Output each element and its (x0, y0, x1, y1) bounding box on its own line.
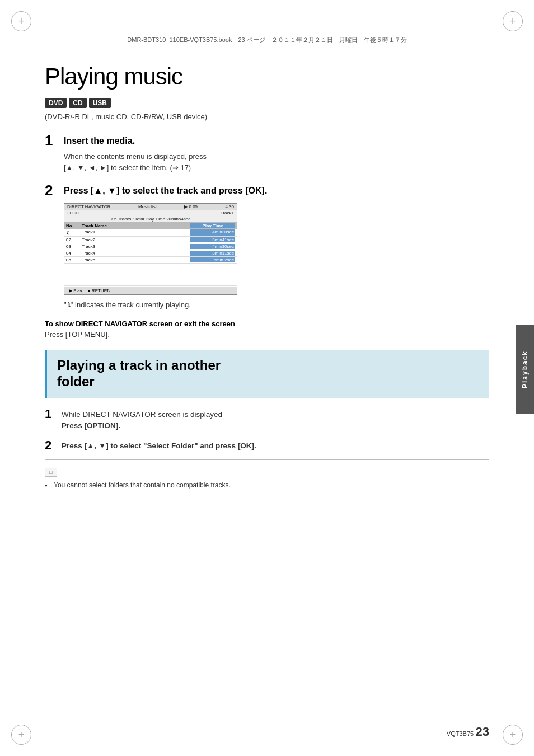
col-name: Track Name (82, 223, 190, 228)
nav-label: DIRECT NAVIGATOR (67, 204, 111, 209)
header-line: DMR-BDT310_110EB-VQT3B75.book 23 ページ ２０１… (45, 34, 489, 46)
badge-dvd: DVD (45, 98, 67, 108)
section-1-num: 1 (45, 133, 58, 148)
bold-heading: To show DIRECT NAVIGATOR screen or exit … (45, 320, 489, 328)
badge-usb: USB (89, 98, 111, 108)
table-header: No. Track Name Play Time (64, 223, 237, 229)
note-icon: □ (45, 468, 57, 477)
section-1-body2: [▲, ▼, ◄, ►] to select the item. (⇒ 17) (64, 162, 489, 173)
sub-section-1-plain: While DIRECT NAVIGATOR screen is display… (62, 410, 222, 419)
screen-footer: ▶ Play ● RETURN (64, 287, 237, 294)
subtitle: (DVD-R/-R DL, music CD, CD-R/RW, USB dev… (45, 112, 489, 121)
screen-mockup: DIRECT NAVIGATOR Music list ▶ 0:09 4:30 … (64, 203, 237, 295)
bold-body: Press [TOP MENU]. (45, 330, 489, 339)
track-row: 02Track23min41sec (64, 237, 237, 243)
track-row: 03Track34min30sec (64, 243, 237, 250)
sub-section-2-num: 2 (45, 439, 56, 452)
playing-note: " 𝅘𝅥𝅮 " indicates the track currently pl… (64, 300, 489, 309)
section-2-num: 2 (45, 183, 58, 198)
divider (45, 459, 489, 460)
section-1: 1 Insert the media. When the contents me… (45, 133, 489, 173)
section-1-title: Insert the media. (64, 133, 135, 147)
list-label: Music list (138, 204, 157, 209)
track-row: 05Track55min 2sec (64, 257, 237, 264)
section-2: 2 Press [▲, ▼] to select the track and p… (45, 183, 489, 309)
track-row: 04Track43min11sec (64, 250, 237, 257)
section-2-title: Press [▲, ▼] to select the track and pre… (64, 183, 267, 197)
sub-info: ♪ 5 Tracks / Total Play Time 20min54sec (64, 216, 237, 223)
cd-label: ⊙ CD (67, 210, 79, 215)
sub-section-2: 2 Press [▲, ▼] to select "Select Folder"… (45, 439, 489, 452)
page-number-area: VQT3B75 23 (447, 725, 489, 739)
sub-section-1-bold: Press [OPTION]. (62, 421, 120, 430)
section-box-title: Playing a track in another folder (57, 358, 479, 390)
sub-section-1: 1 While DIRECT NAVIGATOR screen is displ… (45, 408, 489, 432)
section-box: Playing a track in another folder (45, 350, 489, 398)
sub-section-1-num: 1 (45, 408, 56, 420)
page-title: Playing music (45, 63, 489, 90)
col-time: Play Time (190, 223, 235, 228)
track-rows: ♫Track14min30sec02Track23min41sec03Track… (64, 229, 237, 264)
bullet-text: You cannot select folders that contain n… (45, 481, 489, 489)
badge-cd: CD (69, 98, 86, 108)
page-num: 23 (476, 725, 489, 739)
format-badges: DVD CD USB (45, 98, 489, 108)
col-no: No. (66, 223, 82, 228)
section-1-body1: When the contents menu is displayed, pre… (64, 151, 489, 162)
track-row: ♫Track14min30sec (64, 229, 237, 237)
time-pos: ▶ 0:09 (184, 204, 198, 209)
now-playing: Track1 (221, 210, 234, 215)
sub-section-2-body: Press [▲, ▼] to select "Select Folder" a… (62, 442, 256, 450)
page-ref: VQT3B75 (447, 730, 474, 737)
time-total: 4:30 (225, 204, 234, 209)
